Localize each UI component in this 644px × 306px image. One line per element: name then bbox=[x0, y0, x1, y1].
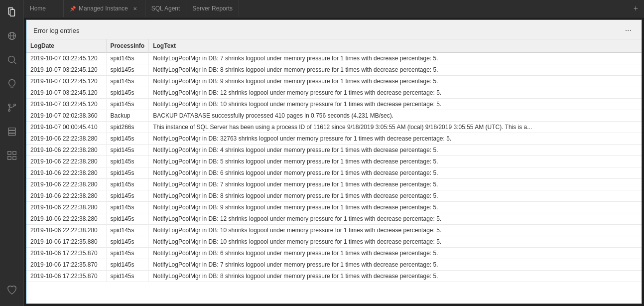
pin-icon: 📌 bbox=[70, 6, 76, 11]
table-row[interactable]: 2019-10-06 17:22:35.870spid145sNotifyLog… bbox=[26, 271, 642, 282]
tab-managed-instance-label: Managed Instance bbox=[79, 5, 128, 12]
tab-server-reports-label: Server Reports bbox=[192, 5, 233, 12]
table-row[interactable]: 2019-10-07 03:22:45.120spid145sNotifyLog… bbox=[26, 99, 642, 110]
table-cell-1-0: 2019-10-07 03:22:45.120 bbox=[26, 64, 106, 76]
table-row[interactable]: 2019-10-06 22:22:38.280spid145sNotifyLog… bbox=[26, 133, 642, 145]
svg-rect-15 bbox=[12, 152, 15, 154]
table-row[interactable]: 2019-10-06 17:22:35.870spid145sNotifyLog… bbox=[26, 248, 642, 259]
panel-menu-button[interactable]: ··· bbox=[622, 25, 635, 36]
tab-server-reports[interactable]: Server Reports bbox=[186, 0, 239, 17]
table-cell-3-1: spid145s bbox=[106, 87, 149, 99]
table-cell-13-1: spid145s bbox=[106, 202, 149, 213]
search-icon[interactable] bbox=[0, 48, 24, 72]
table-row[interactable]: 2019-10-07 03:22:45.120spid145sNotifyLog… bbox=[26, 76, 642, 87]
database-icon[interactable] bbox=[0, 120, 24, 144]
table-cell-8-0: 2019-10-06 22:22:38.280 bbox=[26, 145, 106, 156]
svg-rect-11 bbox=[8, 128, 15, 131]
table-cell-0-2: NotifyLogPoolMgr in DB: 7 shrinks logpoo… bbox=[149, 53, 642, 64]
heart-icon[interactable] bbox=[0, 278, 24, 302]
svg-point-8 bbox=[8, 110, 10, 112]
table-cell-15-0: 2019-10-06 22:22:38.280 bbox=[26, 225, 106, 236]
table-cell-13-0: 2019-10-06 22:22:38.280 bbox=[26, 202, 106, 213]
table-cell-15-1: spid145s bbox=[106, 225, 149, 236]
col-logtext: LogText bbox=[149, 39, 642, 53]
grid-icon[interactable] bbox=[0, 144, 24, 167]
lightbulb-icon[interactable] bbox=[0, 72, 24, 96]
table-cell-16-0: 2019-10-06 17:22:35.880 bbox=[26, 236, 106, 248]
table-row[interactable]: 2019-10-06 17:22:35.880spid145sNotifyLog… bbox=[26, 236, 642, 248]
table-cell-6-2: This instance of SQL Server has been usi… bbox=[149, 122, 642, 133]
table-row[interactable]: 2019-10-07 03:22:45.120spid145sNotifyLog… bbox=[26, 64, 642, 76]
table-wrapper[interactable]: LogDate ProcessInfo LogText 2019-10-07 0… bbox=[26, 39, 642, 304]
table-cell-11-2: NotifyLogPoolMgr in DB: 7 shrinks logpoo… bbox=[149, 179, 642, 190]
table-row[interactable]: 2019-10-06 22:22:38.280spid145sNotifyLog… bbox=[26, 202, 642, 213]
table-row[interactable]: 2019-10-07 00:00:45.410spid266sThis inst… bbox=[26, 122, 642, 133]
table-row[interactable]: 2019-10-07 02:02:38.360BackupBACKUP DATA… bbox=[26, 110, 642, 122]
table-row[interactable]: 2019-10-06 22:22:38.280spid145sNotifyLog… bbox=[26, 156, 642, 167]
table-cell-17-0: 2019-10-06 17:22:35.870 bbox=[26, 248, 106, 259]
table-cell-4-0: 2019-10-07 03:22:45.120 bbox=[26, 99, 106, 110]
table-cell-0-0: 2019-10-07 03:22:45.120 bbox=[26, 53, 106, 64]
table-cell-3-0: 2019-10-07 03:22:45.120 bbox=[26, 87, 106, 99]
table-cell-10-2: NotifyLogPoolMgr in DB: 6 shrinks logpoo… bbox=[149, 167, 642, 179]
table-cell-0-1: spid145s bbox=[106, 53, 149, 64]
table-cell-18-2: NotifyLogPoolMgr in DB: 7 shrinks logpoo… bbox=[149, 259, 642, 271]
table-cell-13-2: NotifyLogPoolMgr in DB: 9 shrinks logpoo… bbox=[149, 202, 642, 213]
tab-managed-instance[interactable]: 📌 Managed Instance ✕ bbox=[64, 0, 145, 17]
table-cell-3-2: NotifyLogPoolMgr in DB: 12 shrinks logpo… bbox=[149, 87, 642, 99]
table-cell-2-2: NotifyLogPoolMgr in DB: 9 shrinks logpoo… bbox=[149, 76, 642, 87]
panel-title: Error log entries bbox=[33, 27, 79, 34]
tab-sql-agent[interactable]: SQL Agent bbox=[145, 0, 187, 17]
table-row[interactable]: 2019-10-06 22:22:38.280spid145sNotifyLog… bbox=[26, 213, 642, 225]
add-tab-button[interactable]: + bbox=[628, 0, 644, 17]
table-row[interactable]: 2019-10-06 22:22:38.280spid145sNotifyLog… bbox=[26, 225, 642, 236]
table-cell-19-1: spid145s bbox=[106, 271, 149, 282]
content-panel: Error log entries ··· LogDate ProcessInf… bbox=[26, 19, 642, 304]
table-header-row: LogDate ProcessInfo LogText bbox=[26, 39, 642, 53]
files-icon[interactable] bbox=[0, 0, 24, 24]
svg-rect-14 bbox=[7, 152, 10, 154]
tab-home[interactable]: Home bbox=[24, 0, 64, 17]
svg-point-5 bbox=[8, 56, 14, 63]
svg-rect-13 bbox=[8, 134, 15, 136]
table-cell-10-1: spid145s bbox=[106, 167, 149, 179]
git-icon[interactable] bbox=[0, 96, 24, 120]
table-row[interactable]: 2019-10-06 17:22:35.870spid145sNotifyLog… bbox=[26, 259, 642, 271]
table-cell-7-1: spid145s bbox=[106, 133, 149, 145]
sidebar bbox=[0, 0, 24, 306]
table-cell-14-0: 2019-10-06 22:22:38.280 bbox=[26, 213, 106, 225]
table-cell-17-1: spid145s bbox=[106, 248, 149, 259]
error-log-table: LogDate ProcessInfo LogText 2019-10-07 0… bbox=[26, 39, 642, 282]
table-row[interactable]: 2019-10-06 22:22:38.280spid145sNotifyLog… bbox=[26, 179, 642, 190]
svg-point-7 bbox=[8, 104, 10, 106]
table-cell-8-1: spid145s bbox=[106, 145, 149, 156]
svg-point-9 bbox=[13, 104, 15, 106]
table-cell-4-1: spid145s bbox=[106, 99, 149, 110]
tab-home-label: Home bbox=[30, 5, 46, 12]
table-cell-17-2: NotifyLogPoolMgr in DB: 6 shrinks logpoo… bbox=[149, 248, 642, 259]
table-row[interactable]: 2019-10-07 03:22:45.120spid145sNotifyLog… bbox=[26, 87, 642, 99]
table-cell-19-0: 2019-10-06 17:22:35.870 bbox=[26, 271, 106, 282]
table-cell-7-2: NotifyLogPoolMgr in DB: 32763 shrinks lo… bbox=[149, 133, 642, 145]
table-cell-14-2: NotifyLogPoolMgr in DB: 12 shrinks logpo… bbox=[149, 213, 642, 225]
table-cell-6-1: spid266s bbox=[106, 122, 149, 133]
table-row[interactable]: 2019-10-06 22:22:38.280spid145sNotifyLog… bbox=[26, 167, 642, 179]
main-area: Home 📌 Managed Instance ✕ SQL Agent Serv… bbox=[24, 0, 644, 306]
table-cell-1-2: NotifyLogPoolMgr in DB: 8 shrinks logpoo… bbox=[149, 64, 642, 76]
globe-icon[interactable] bbox=[0, 24, 24, 48]
table-row[interactable]: 2019-10-06 22:22:38.280spid145sNotifyLog… bbox=[26, 145, 642, 156]
tab-managed-instance-close[interactable]: ✕ bbox=[131, 4, 139, 12]
table-cell-1-1: spid145s bbox=[106, 64, 149, 76]
tab-sql-agent-label: SQL Agent bbox=[151, 5, 180, 12]
svg-rect-16 bbox=[7, 156, 10, 159]
table-cell-12-2: NotifyLogPoolMgr in DB: 8 shrinks logpoo… bbox=[149, 190, 642, 202]
table-cell-5-0: 2019-10-07 02:02:38.360 bbox=[26, 110, 106, 122]
table-cell-8-2: NotifyLogPoolMgr in DB: 4 shrinks logpoo… bbox=[149, 145, 642, 156]
table-cell-4-2: NotifyLogPoolMgr in DB: 10 shrinks logpo… bbox=[149, 99, 642, 110]
table-cell-18-0: 2019-10-06 17:22:35.870 bbox=[26, 259, 106, 271]
svg-rect-17 bbox=[12, 156, 15, 159]
table-row[interactable]: 2019-10-07 03:22:45.120spid145sNotifyLog… bbox=[26, 53, 642, 64]
panel-header: Error log entries ··· bbox=[26, 20, 642, 39]
table-row[interactable]: 2019-10-06 22:22:38.280spid145sNotifyLog… bbox=[26, 190, 642, 202]
table-cell-9-0: 2019-10-06 22:22:38.280 bbox=[26, 156, 106, 167]
